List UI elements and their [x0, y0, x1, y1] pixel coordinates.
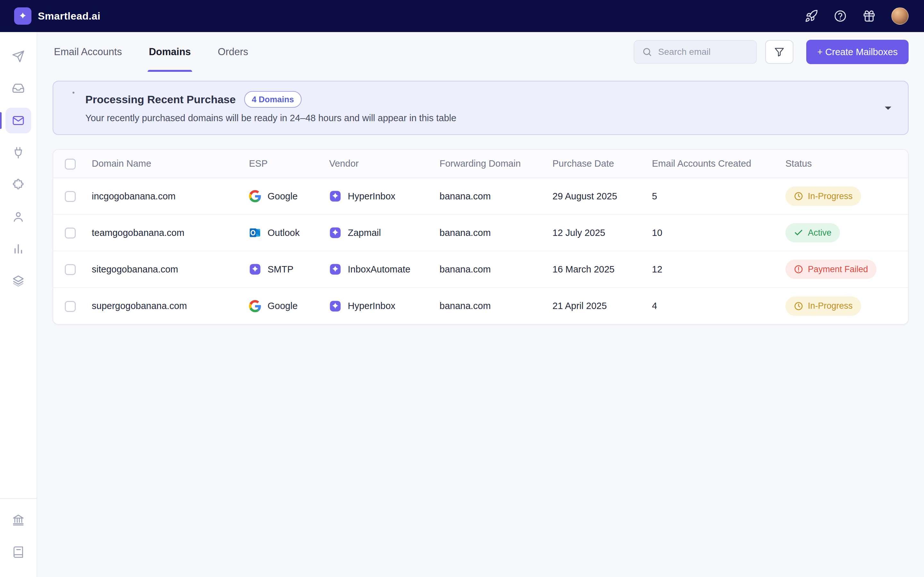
purchase-date: 12 July 2025 — [552, 227, 605, 238]
domains-table: Domain Name ESP Vendor Forwarding Domain… — [53, 150, 908, 324]
domain-name: teamgogobanana.com — [92, 227, 184, 238]
vendor-name: Zapmail — [348, 227, 381, 238]
table-header-row: Domain Name ESP Vendor Forwarding Domain… — [53, 150, 908, 178]
top-navbar: Smartlead.ai — [0, 0, 924, 32]
purchase-date: 29 August 2025 — [552, 191, 617, 201]
book-icon — [12, 546, 25, 558]
vendor-name: InboxAutomate — [348, 264, 410, 275]
col-esp: ESP — [249, 150, 329, 178]
sidebar-item-mail[interactable] — [5, 108, 31, 133]
search-input[interactable] — [658, 47, 748, 57]
clock-icon — [794, 191, 803, 201]
help-icon[interactable] — [834, 9, 847, 23]
row-checkbox[interactable] — [65, 227, 76, 239]
col-domain-name: Domain Name — [92, 150, 249, 178]
table-row: sitegogobanana.com SMTP InboxAutomate ba… — [53, 251, 908, 287]
search-box — [634, 40, 757, 64]
tabs: Email AccountsDomainsOrders — [53, 32, 250, 72]
brand[interactable]: Smartlead.ai — [14, 7, 100, 25]
clock-icon — [794, 301, 803, 311]
bar-chart-icon — [12, 242, 25, 255]
app-icon — [329, 263, 341, 276]
status-badge: In-Progress — [785, 297, 861, 316]
shell: Email AccountsDomainsOrders + Create Mai… — [0, 32, 924, 577]
status-badge: Payment Failed — [785, 259, 877, 279]
sidebar-item-user[interactable] — [5, 204, 31, 229]
banner-title: Processing Recent Purchase — [86, 93, 236, 106]
sidebar-item-bank[interactable] — [5, 507, 31, 533]
forwarding-domain: banana.com — [439, 301, 491, 311]
status-label: In-Progress — [808, 191, 853, 201]
avatar[interactable] — [891, 7, 909, 25]
sidebar-item-inbox[interactable] — [5, 76, 31, 101]
tab-orders[interactable]: Orders — [216, 32, 250, 72]
domain-name: incgogobanana.com — [92, 191, 176, 201]
email-accounts-count: 10 — [652, 227, 662, 238]
puzzle-icon — [12, 178, 25, 191]
row-checkbox[interactable] — [65, 264, 76, 275]
esp-name: Google — [268, 191, 298, 201]
row-checkbox[interactable] — [65, 301, 76, 312]
rocket-icon[interactable] — [804, 9, 818, 23]
tab-email-accounts[interactable]: Email Accounts — [53, 32, 123, 72]
vendor-name: HyperInbox — [348, 301, 395, 311]
domain-name: supergogobanana.com — [92, 301, 187, 311]
col-purchase-date: Purchase Date — [552, 150, 652, 178]
check-icon — [794, 228, 803, 237]
table-row: teamgogobanana.com Outlook Zapmail banan… — [53, 214, 908, 251]
esp-name: Google — [268, 301, 298, 311]
sidebar-item-book[interactable] — [5, 539, 31, 565]
domains-count-badge: 4 Domains — [244, 91, 302, 108]
sidebar-item-puzzle[interactable] — [5, 172, 31, 197]
banner-subtitle: Your recently purchased domains will be … — [86, 113, 872, 123]
sidebar-item-send[interactable] — [5, 44, 31, 69]
sidebar-bottom-group — [0, 498, 37, 568]
funnel-icon — [774, 47, 785, 57]
email-accounts-count: 5 — [652, 191, 657, 201]
gift-icon[interactable] — [863, 9, 876, 23]
col-forwarding-domain: Forwarding Domain — [439, 150, 552, 178]
status-badge: Active — [785, 223, 840, 242]
banner-title-row: Processing Recent Purchase 4 Domains — [86, 91, 872, 108]
chevron-down-icon[interactable] — [881, 101, 895, 115]
main-content: Email AccountsDomainsOrders + Create Mai… — [37, 32, 924, 577]
vendor-name: HyperInbox — [348, 191, 395, 201]
domains-table-body: incgogobanana.com Google HyperInbox bana… — [53, 178, 908, 324]
layers-icon — [12, 274, 25, 287]
mail-icon — [12, 114, 25, 127]
inbox-icon — [12, 82, 25, 95]
google-icon — [249, 190, 261, 202]
forwarding-domain: banana.com — [439, 227, 491, 238]
user-icon — [12, 210, 25, 223]
table-row: supergogobanana.com Google HyperInbox ba… — [53, 287, 908, 324]
alert-icon — [794, 264, 803, 274]
app-icon — [249, 263, 261, 276]
email-accounts-count: 4 — [652, 301, 657, 311]
table-row: incgogobanana.com Google HyperInbox bana… — [53, 178, 908, 214]
processing-banner: Processing Recent Purchase 4 Domains You… — [53, 81, 909, 135]
send-icon — [12, 50, 25, 63]
col-status: Status — [785, 150, 908, 178]
col-vendor: Vendor — [329, 150, 439, 178]
sidebar-item-layers[interactable] — [5, 268, 31, 293]
tab-domains[interactable]: Domains — [148, 32, 192, 72]
row-checkbox[interactable] — [65, 191, 76, 202]
brand-name: Smartlead.ai — [38, 10, 100, 22]
app-icon — [329, 300, 341, 312]
search-icon — [642, 47, 652, 57]
filter-button[interactable] — [765, 40, 793, 64]
status-badge: In-Progress — [785, 187, 861, 206]
select-all-checkbox[interactable] — [65, 159, 76, 169]
sidebar-top-group — [0, 40, 37, 297]
create-mailboxes-button[interactable]: + Create Mailboxes — [806, 40, 909, 64]
banner-dot — [73, 92, 74, 93]
status-label: Active — [808, 228, 832, 238]
domains-table-card: Domain Name ESP Vendor Forwarding Domain… — [53, 149, 909, 325]
forwarding-domain: banana.com — [439, 264, 491, 274]
sidebar-item-plug[interactable] — [5, 140, 31, 165]
sidebar-item-bar-chart[interactable] — [5, 236, 31, 261]
esp-name: Outlook — [268, 227, 300, 238]
domain-name: sitegogobanana.com — [92, 264, 178, 274]
status-label: In-Progress — [808, 301, 853, 311]
email-accounts-count: 12 — [652, 264, 662, 274]
